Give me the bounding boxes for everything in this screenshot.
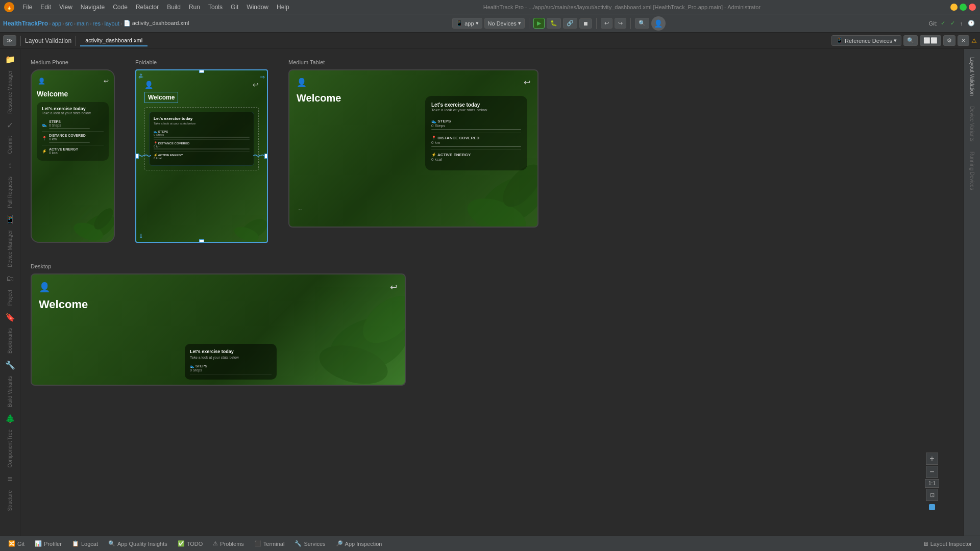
status-bar: 🔀 Git 📊 Profiler 📋 Logcat 🔍 App Quality …: [0, 536, 980, 551]
menu-tools[interactable]: Tools: [204, 3, 227, 12]
menu-code[interactable]: Code: [109, 3, 132, 12]
project-name[interactable]: HealthTrackPro: [3, 20, 48, 27]
minimize-button[interactable]: [950, 4, 958, 11]
menu-help[interactable]: Help: [273, 3, 293, 12]
distance-bar: [49, 142, 90, 143]
menu-edit[interactable]: Edit: [36, 3, 55, 12]
close-panel-btn[interactable]: ✕: [958, 35, 969, 46]
sidebar-build-variants[interactable]: 🔧: [2, 357, 18, 373]
foldable-exit-icon: ↩: [253, 81, 259, 89]
device-variants-label[interactable]: Device Variants: [968, 102, 976, 145]
breadcrumb-layout[interactable]: layout: [105, 20, 119, 27]
sidebar-project[interactable]: 🗂: [2, 270, 18, 287]
sidebar-project-label: Project: [7, 288, 13, 308]
stop-button[interactable]: ⏹: [579, 18, 592, 29]
tablet-energy-value: 0 kcal: [431, 157, 521, 162]
menu-build[interactable]: Build: [163, 3, 185, 12]
blue-indicator: [929, 504, 935, 510]
resize-handle-top[interactable]: [199, 69, 204, 73]
run-button[interactable]: ▶: [533, 18, 545, 29]
status-git[interactable]: 🔀 Git: [4, 540, 29, 547]
no-devices-btn[interactable]: No Devices ▾: [484, 18, 525, 29]
resize-handle-right[interactable]: [264, 154, 268, 159]
second-toolbar: ≫ Layout Validation activity_dashboard.x…: [0, 33, 980, 49]
menu-run[interactable]: Run: [185, 3, 204, 12]
status-layout-inspector[interactable]: 🖥 Layout Inspector: [919, 541, 976, 547]
foldable-avatar: 👤: [144, 81, 153, 89]
devices-row-1: Medium Phone 👤 ↩ Welcome Let's exercise: [31, 59, 953, 243]
tablet-header: 👤 ↩: [297, 78, 530, 87]
close-button[interactable]: [969, 4, 976, 11]
desktop-card-title: Let's exercise today: [190, 349, 272, 354]
breadcrumb-res[interactable]: res: [93, 20, 101, 27]
breadcrumb-app[interactable]: app: [52, 20, 61, 27]
menu-view[interactable]: View: [55, 3, 77, 12]
app-inspection-icon: 🔎: [336, 540, 343, 547]
zoom-preview-btn[interactable]: 🔍: [903, 35, 918, 46]
attach-button[interactable]: 🔗: [563, 18, 577, 29]
menu-navigate[interactable]: Navigate: [77, 3, 109, 12]
zoom-in-button[interactable]: +: [926, 453, 938, 465]
menu-bar: 🔥 File Edit View Navigate Code Refactor …: [0, 0, 980, 14]
status-app-inspection[interactable]: 🔎 App Inspection: [332, 540, 386, 547]
arrow-up: ⇑: [138, 72, 143, 80]
sidebar-component-tree[interactable]: 🌲: [2, 410, 18, 427]
sidebar-bookmarks[interactable]: 🔖: [2, 309, 18, 325]
status-todo[interactable]: ✅ TODO: [174, 540, 207, 547]
status-profiler[interactable]: 📊 Profiler: [31, 540, 66, 547]
menu-git[interactable]: Git: [227, 3, 242, 12]
breadcrumb-src[interactable]: src: [65, 20, 73, 27]
git-status-label: Git: [17, 541, 24, 547]
sidebar-bookmarks-label: Bookmarks: [7, 326, 13, 356]
services-label: Services: [304, 541, 325, 547]
logcat-icon: 📋: [72, 540, 79, 547]
running-devices-label[interactable]: Running Devices: [968, 147, 976, 194]
resize-handle-bottom[interactable]: 0:0: [199, 239, 204, 243]
debug-button[interactable]: 🐛: [547, 18, 561, 29]
todo-icon: ✅: [178, 540, 185, 547]
status-problems[interactable]: ⚠ Problems: [209, 540, 248, 547]
sidebar-structure[interactable]: ≡: [2, 471, 18, 487]
user-avatar[interactable]: 👤: [651, 16, 666, 31]
copy-btn[interactable]: ⬜⬜: [920, 35, 941, 46]
distance-icon: 📍: [42, 136, 47, 141]
maximize-button[interactable]: [960, 4, 967, 11]
status-logcat[interactable]: 📋 Logcat: [68, 540, 102, 547]
git-check2-btn[interactable]: ✓: [948, 19, 957, 28]
reference-devices-btn[interactable]: 📱 Reference Devices ▾: [831, 35, 901, 46]
status-terminal[interactable]: ⬛ Terminal: [250, 540, 289, 547]
redo-button[interactable]: ↪: [615, 18, 626, 29]
arrow-down: ⇓: [138, 233, 143, 240]
breadcrumb-main[interactable]: main: [77, 20, 89, 27]
search-button[interactable]: 🔍: [635, 18, 649, 29]
zoom-fit-button[interactable]: ⊡: [926, 489, 938, 501]
device-selector-btn[interactable]: 📱 app ▾: [452, 18, 482, 29]
layout-validation-panel-label[interactable]: Layout Validation: [968, 53, 976, 100]
menu-refactor[interactable]: Refactor: [132, 3, 163, 12]
status-services[interactable]: 🔧 Services: [290, 540, 329, 547]
collapse-sidebar-btn[interactable]: ≫: [3, 35, 16, 46]
zoom-controls: + − 1:1 ⊡: [925, 453, 939, 510]
sidebar-device-manager[interactable]: 📱: [2, 211, 18, 227]
zoom-out-button[interactable]: −: [926, 466, 938, 478]
git-clock-btn[interactable]: 🕐: [966, 19, 977, 28]
sidebar-pull-requests[interactable]: ↕: [2, 157, 18, 173]
sep2: [76, 36, 76, 46]
todo-label: TODO: [187, 541, 203, 547]
sidebar-resource-manager[interactable]: 📁: [2, 51, 18, 67]
undo-button[interactable]: ↩: [601, 18, 612, 29]
resize-handle-left[interactable]: [135, 154, 139, 159]
chevron-down-icon: ▾: [476, 20, 479, 27]
status-app-quality[interactable]: 🔍 App Quality Insights: [104, 540, 172, 547]
menu-window[interactable]: Window: [242, 3, 273, 12]
tablet-stat-steps: 👟 STEPS 0 Steps: [431, 116, 521, 133]
git-check-btn[interactable]: ✓: [939, 19, 947, 28]
git-arrow-btn[interactable]: ↑: [958, 19, 965, 28]
settings-gear-btn[interactable]: ⚙: [943, 35, 955, 46]
sidebar-commit[interactable]: ✓: [2, 117, 18, 133]
no-devices-label: No Devices: [488, 20, 517, 27]
problems-icon: ⚠: [213, 540, 218, 547]
window-title: HealthTrack Pro - .../app/src/main/res/l…: [293, 4, 950, 10]
menu-file[interactable]: File: [18, 3, 36, 12]
tab-activity-dashboard[interactable]: activity_dashboard.xml: [80, 35, 148, 46]
